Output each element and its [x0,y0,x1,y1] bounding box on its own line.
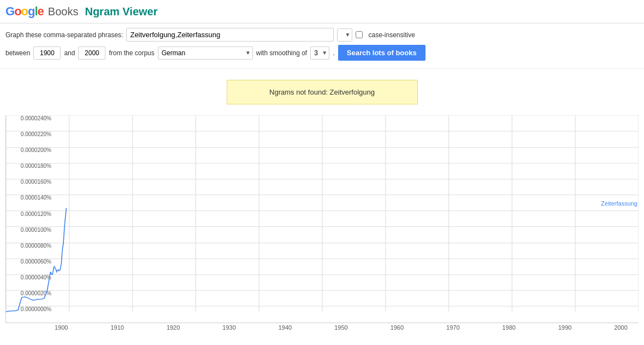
year-from-input[interactable] [33,46,61,60]
zeiterfassung-label: Zeiterfassung [601,200,637,207]
between-label: between [5,49,30,57]
line-chart [5,115,639,323]
x-label-1900: 1900 [55,324,68,331]
x-label-1970: 1970 [446,324,459,331]
x-label-2000: 2000 [614,324,627,331]
and-label: and [64,49,75,57]
phrase-dropdown[interactable] [337,28,352,42]
case-insensitive-label: case-insensitive [368,31,415,39]
x-label-1930: 1930 [222,324,235,331]
x-label-1950: 1950 [334,324,347,331]
x-label-1910: 1910 [110,324,123,331]
x-label-1960: 1960 [391,324,404,331]
corpus-select[interactable]: English (2019) English Fiction (2019) En… [158,46,253,60]
books-text: Books [48,5,79,18]
x-axis: 1900 1910 1920 1930 1940 1950 1960 1970 … [55,323,628,331]
zeiterfassung-line [6,208,66,312]
corpus-dropdown-wrapper: English (2019) English Fiction (2019) En… [158,46,253,60]
smoothing-dropdown-wrapper: 012345 ▼ [310,46,329,60]
ngram-message-text: Ngrams not found: Zeitverfolgung [269,88,375,96]
ngram-viewer-title: Ngram Viewer [85,5,157,18]
phrase-row: Graph these comma-separated phrases: ▼ c… [5,28,639,42]
case-insensitive-checkbox[interactable] [356,31,363,38]
phrase-dropdown-wrapper: ▼ [337,28,352,42]
phrase-input[interactable] [126,28,334,42]
ngram-message: Ngrams not found: Zeitverfolgung [227,80,418,104]
google-logo: Google [5,4,44,19]
smoothing-select[interactable]: 012345 [310,46,329,60]
controls-panel: Graph these comma-separated phrases: ▼ c… [0,24,644,69]
smoothing-label: with smoothing of [256,49,307,57]
corpus-label: from the corpus [109,49,154,57]
chart-area: 0.0000000% 0.0000020% 0.0000040% 0.00000… [0,115,644,331]
year-row: between and from the corpus English (201… [5,45,639,61]
phrase-label: Graph these comma-separated phrases: [5,31,123,39]
year-to-input[interactable] [78,46,105,60]
x-label-1980: 1980 [503,324,516,331]
x-label-1940: 1940 [279,324,292,331]
x-label-1920: 1920 [167,324,180,331]
period: . [333,49,335,57]
search-button[interactable]: Search lots of books [338,45,426,61]
header: Google Books Ngram Viewer [0,0,644,24]
x-label-1990: 1990 [558,324,571,331]
